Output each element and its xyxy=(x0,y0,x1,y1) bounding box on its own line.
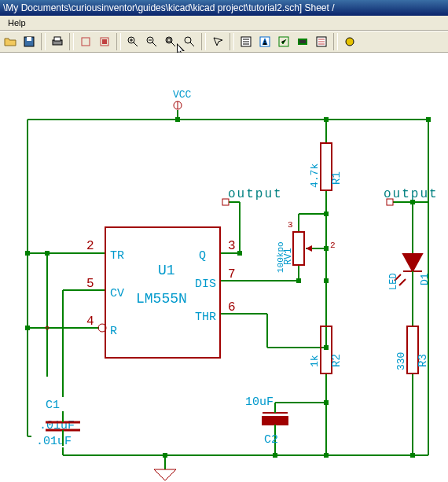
svg-rect-105 xyxy=(293,232,304,265)
svg-rect-1 xyxy=(27,37,31,41)
c1-ref2: C1 xyxy=(46,399,60,412)
zoom-redraw-button[interactable] xyxy=(181,33,198,50)
r1-ref: R1 xyxy=(330,171,343,185)
r2-ref: R2 xyxy=(330,354,343,367)
run-button[interactable] xyxy=(341,33,358,50)
svg-rect-101 xyxy=(263,417,288,425)
component-rv1 xyxy=(293,232,312,265)
open-button[interactable] xyxy=(2,33,19,50)
print-button[interactable] xyxy=(49,33,66,50)
undo-button[interactable] xyxy=(77,33,94,50)
r3-ref: R3 xyxy=(417,354,429,367)
c2-ref: C2 xyxy=(264,433,278,447)
rv1-pin2: 2 xyxy=(330,241,336,250)
r2-value: 1k xyxy=(309,355,321,367)
find-button[interactable] xyxy=(209,33,226,50)
r3-value: 330 xyxy=(395,352,407,370)
component-c2 xyxy=(263,413,288,425)
zoom-out-button[interactable] xyxy=(143,33,160,50)
d1-value: LED xyxy=(388,273,399,290)
toolbar xyxy=(0,31,448,53)
c1-value2: .01uF xyxy=(36,435,72,448)
d1-ref: D1 xyxy=(419,273,431,285)
save-button[interactable] xyxy=(20,33,38,50)
svg-rect-6 xyxy=(102,39,107,44)
svg-point-9 xyxy=(166,37,172,43)
menu-help[interactable]: Help xyxy=(3,17,31,29)
c2-value: 10uF xyxy=(245,396,274,409)
window-title: \My Documents\curiousinventor\guides\kic… xyxy=(3,2,335,13)
zoom-fit-button[interactable] xyxy=(162,33,179,50)
svg-rect-16 xyxy=(299,40,306,43)
annotate-button[interactable] xyxy=(256,33,274,50)
svg-rect-10 xyxy=(167,39,171,42)
svg-rect-3 xyxy=(54,37,61,41)
redo-button[interactable] xyxy=(96,33,113,50)
svg-point-18 xyxy=(346,38,354,46)
erc-button[interactable] xyxy=(275,33,292,50)
rv1-pin3: 3 xyxy=(288,220,293,230)
schematic-canvas[interactable]: VCC output output U1 LM555N 2 5 4 3 7 6 … xyxy=(0,53,448,482)
bom-button[interactable] xyxy=(313,33,330,50)
cvpcb-button[interactable] xyxy=(294,33,311,50)
svg-rect-4 xyxy=(82,38,90,46)
zoom-in-button[interactable] xyxy=(124,33,141,50)
rv1-value: 100kpo xyxy=(276,241,285,273)
svg-point-11 xyxy=(185,37,191,43)
menu-bar: Help xyxy=(0,16,448,31)
netlist-button[interactable] xyxy=(237,33,255,50)
r1-value: 4.7k xyxy=(309,164,321,188)
svg-line-110 xyxy=(399,279,406,285)
title-bar: \My Documents\curiousinventor\guides\kic… xyxy=(0,0,448,16)
